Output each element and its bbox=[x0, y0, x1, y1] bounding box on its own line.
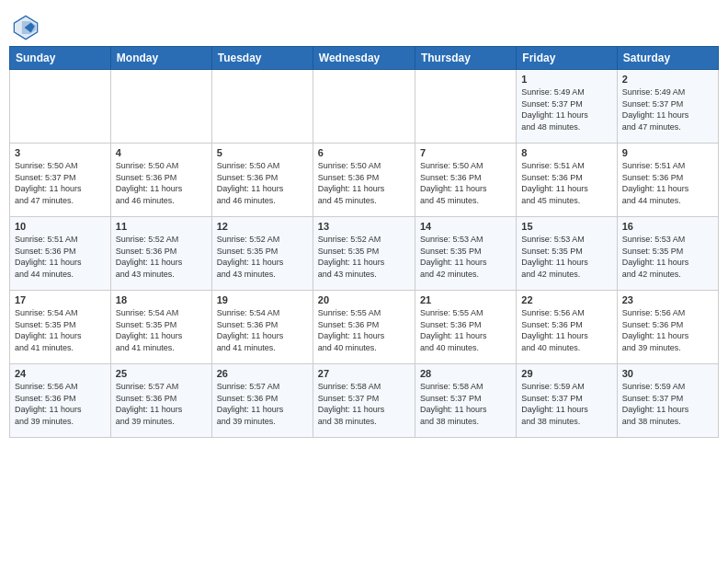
day-number: 1 bbox=[521, 74, 611, 85]
calendar-cell: 9Sunrise: 5:51 AM Sunset: 5:36 PM Daylig… bbox=[617, 144, 718, 217]
calendar-week-2: 3Sunrise: 5:50 AM Sunset: 5:37 PM Daylig… bbox=[10, 144, 719, 217]
day-number: 12 bbox=[217, 221, 308, 232]
day-info: Sunrise: 5:54 AM Sunset: 5:36 PM Dayligh… bbox=[217, 307, 308, 353]
day-info: Sunrise: 5:53 AM Sunset: 5:35 PM Dayligh… bbox=[622, 234, 713, 280]
calendar-cell bbox=[415, 70, 516, 144]
logo bbox=[13, 15, 40, 40]
calendar-cell: 8Sunrise: 5:51 AM Sunset: 5:36 PM Daylig… bbox=[517, 144, 617, 217]
day-info: Sunrise: 5:55 AM Sunset: 5:36 PM Dayligh… bbox=[318, 307, 410, 353]
day-info: Sunrise: 5:52 AM Sunset: 5:35 PM Dayligh… bbox=[318, 234, 410, 280]
day-info: Sunrise: 5:51 AM Sunset: 5:36 PM Dayligh… bbox=[622, 160, 713, 206]
day-info: Sunrise: 5:51 AM Sunset: 5:36 PM Dayligh… bbox=[521, 160, 611, 206]
day-number: 19 bbox=[217, 294, 308, 305]
calendar-cell: 30Sunrise: 5:59 AM Sunset: 5:37 PM Dayli… bbox=[617, 364, 718, 438]
day-info: Sunrise: 5:57 AM Sunset: 5:36 PM Dayligh… bbox=[217, 381, 308, 427]
weekday-header-thursday: Thursday bbox=[415, 47, 516, 70]
day-number: 10 bbox=[15, 221, 106, 232]
day-number: 7 bbox=[420, 147, 511, 158]
calendar-week-1: 1Sunrise: 5:49 AM Sunset: 5:37 PM Daylig… bbox=[10, 70, 719, 144]
calendar-cell bbox=[211, 70, 313, 144]
calendar-cell: 12Sunrise: 5:52 AM Sunset: 5:35 PM Dayli… bbox=[211, 217, 313, 291]
calendar-cell: 20Sunrise: 5:55 AM Sunset: 5:36 PM Dayli… bbox=[313, 291, 415, 364]
day-number: 30 bbox=[622, 368, 713, 379]
calendar-cell: 10Sunrise: 5:51 AM Sunset: 5:36 PM Dayli… bbox=[10, 217, 111, 291]
day-info: Sunrise: 5:58 AM Sunset: 5:37 PM Dayligh… bbox=[318, 381, 410, 427]
logo-icon bbox=[13, 15, 39, 40]
day-info: Sunrise: 5:56 AM Sunset: 5:36 PM Dayligh… bbox=[521, 307, 611, 353]
day-number: 18 bbox=[116, 294, 207, 305]
day-info: Sunrise: 5:50 AM Sunset: 5:36 PM Dayligh… bbox=[116, 160, 207, 206]
weekday-header-saturday: Saturday bbox=[617, 47, 718, 70]
weekday-header-monday: Monday bbox=[110, 47, 211, 70]
day-info: Sunrise: 5:49 AM Sunset: 5:37 PM Dayligh… bbox=[622, 86, 713, 132]
calendar-cell: 15Sunrise: 5:53 AM Sunset: 5:35 PM Dayli… bbox=[517, 217, 617, 291]
calendar-week-5: 24Sunrise: 5:56 AM Sunset: 5:36 PM Dayli… bbox=[10, 364, 719, 438]
day-info: Sunrise: 5:50 AM Sunset: 5:36 PM Dayligh… bbox=[318, 160, 410, 206]
day-info: Sunrise: 5:54 AM Sunset: 5:35 PM Dayligh… bbox=[15, 307, 106, 353]
calendar-cell: 6Sunrise: 5:50 AM Sunset: 5:36 PM Daylig… bbox=[313, 144, 415, 217]
calendar-cell bbox=[313, 70, 415, 144]
day-number: 15 bbox=[521, 221, 611, 232]
day-number: 25 bbox=[116, 368, 207, 379]
calendar-cell bbox=[110, 70, 211, 144]
calendar-cell bbox=[10, 70, 111, 144]
weekday-header-wednesday: Wednesday bbox=[313, 47, 415, 70]
calendar-cell: 26Sunrise: 5:57 AM Sunset: 5:36 PM Dayli… bbox=[211, 364, 313, 438]
day-number: 9 bbox=[622, 147, 713, 158]
calendar-cell: 19Sunrise: 5:54 AM Sunset: 5:36 PM Dayli… bbox=[211, 291, 313, 364]
calendar-cell: 16Sunrise: 5:53 AM Sunset: 5:35 PM Dayli… bbox=[617, 217, 718, 291]
calendar-cell: 18Sunrise: 5:54 AM Sunset: 5:35 PM Dayli… bbox=[110, 291, 211, 364]
weekday-header-tuesday: Tuesday bbox=[211, 47, 313, 70]
day-info: Sunrise: 5:50 AM Sunset: 5:36 PM Dayligh… bbox=[420, 160, 511, 206]
calendar-cell: 17Sunrise: 5:54 AM Sunset: 5:35 PM Dayli… bbox=[10, 291, 111, 364]
day-info: Sunrise: 5:54 AM Sunset: 5:35 PM Dayligh… bbox=[116, 307, 207, 353]
calendar-cell: 11Sunrise: 5:52 AM Sunset: 5:36 PM Dayli… bbox=[110, 217, 211, 291]
calendar-week-3: 10Sunrise: 5:51 AM Sunset: 5:36 PM Dayli… bbox=[10, 217, 719, 291]
calendar-week-4: 17Sunrise: 5:54 AM Sunset: 5:35 PM Dayli… bbox=[10, 291, 719, 364]
day-number: 5 bbox=[217, 147, 308, 158]
day-info: Sunrise: 5:59 AM Sunset: 5:37 PM Dayligh… bbox=[622, 381, 713, 427]
calendar-cell: 27Sunrise: 5:58 AM Sunset: 5:37 PM Dayli… bbox=[313, 364, 415, 438]
day-number: 16 bbox=[622, 221, 713, 232]
calendar-cell: 22Sunrise: 5:56 AM Sunset: 5:36 PM Dayli… bbox=[517, 291, 617, 364]
day-number: 2 bbox=[622, 74, 713, 85]
day-info: Sunrise: 5:49 AM Sunset: 5:37 PM Dayligh… bbox=[521, 86, 611, 132]
day-number: 28 bbox=[420, 368, 511, 379]
calendar-cell: 1Sunrise: 5:49 AM Sunset: 5:37 PM Daylig… bbox=[517, 70, 617, 144]
calendar-cell: 13Sunrise: 5:52 AM Sunset: 5:35 PM Dayli… bbox=[313, 217, 415, 291]
calendar-cell: 28Sunrise: 5:58 AM Sunset: 5:37 PM Dayli… bbox=[415, 364, 516, 438]
day-number: 23 bbox=[622, 294, 713, 305]
day-number: 21 bbox=[420, 294, 511, 305]
calendar-cell: 4Sunrise: 5:50 AM Sunset: 5:36 PM Daylig… bbox=[110, 144, 211, 217]
day-info: Sunrise: 5:59 AM Sunset: 5:37 PM Dayligh… bbox=[521, 381, 611, 427]
calendar-cell: 3Sunrise: 5:50 AM Sunset: 5:37 PM Daylig… bbox=[10, 144, 111, 217]
day-info: Sunrise: 5:53 AM Sunset: 5:35 PM Dayligh… bbox=[420, 234, 511, 280]
day-number: 4 bbox=[116, 147, 207, 158]
day-info: Sunrise: 5:56 AM Sunset: 5:36 PM Dayligh… bbox=[15, 381, 106, 427]
day-number: 17 bbox=[15, 294, 106, 305]
calendar-cell: 24Sunrise: 5:56 AM Sunset: 5:36 PM Dayli… bbox=[10, 364, 111, 438]
day-number: 6 bbox=[318, 147, 410, 158]
day-number: 20 bbox=[318, 294, 410, 305]
calendar-cell: 23Sunrise: 5:56 AM Sunset: 5:36 PM Dayli… bbox=[617, 291, 718, 364]
page-header bbox=[9, 9, 719, 40]
day-number: 14 bbox=[420, 221, 511, 232]
day-number: 11 bbox=[116, 221, 207, 232]
day-number: 3 bbox=[15, 147, 106, 158]
day-info: Sunrise: 5:52 AM Sunset: 5:35 PM Dayligh… bbox=[217, 234, 308, 280]
day-info: Sunrise: 5:50 AM Sunset: 5:37 PM Dayligh… bbox=[15, 160, 106, 206]
day-number: 26 bbox=[217, 368, 308, 379]
calendar-cell: 14Sunrise: 5:53 AM Sunset: 5:35 PM Dayli… bbox=[415, 217, 516, 291]
day-info: Sunrise: 5:58 AM Sunset: 5:37 PM Dayligh… bbox=[420, 381, 511, 427]
weekday-header-friday: Friday bbox=[517, 47, 617, 70]
day-info: Sunrise: 5:53 AM Sunset: 5:35 PM Dayligh… bbox=[521, 234, 611, 280]
calendar-cell: 25Sunrise: 5:57 AM Sunset: 5:36 PM Dayli… bbox=[110, 364, 211, 438]
day-info: Sunrise: 5:50 AM Sunset: 5:36 PM Dayligh… bbox=[217, 160, 308, 206]
weekday-header-sunday: Sunday bbox=[10, 47, 111, 70]
day-number: 27 bbox=[318, 368, 410, 379]
weekday-header-row: SundayMondayTuesdayWednesdayThursdayFrid… bbox=[10, 47, 719, 70]
calendar-cell: 21Sunrise: 5:55 AM Sunset: 5:36 PM Dayli… bbox=[415, 291, 516, 364]
day-info: Sunrise: 5:55 AM Sunset: 5:36 PM Dayligh… bbox=[420, 307, 511, 353]
day-info: Sunrise: 5:56 AM Sunset: 5:36 PM Dayligh… bbox=[622, 307, 713, 353]
calendar-cell: 2Sunrise: 5:49 AM Sunset: 5:37 PM Daylig… bbox=[617, 70, 718, 144]
